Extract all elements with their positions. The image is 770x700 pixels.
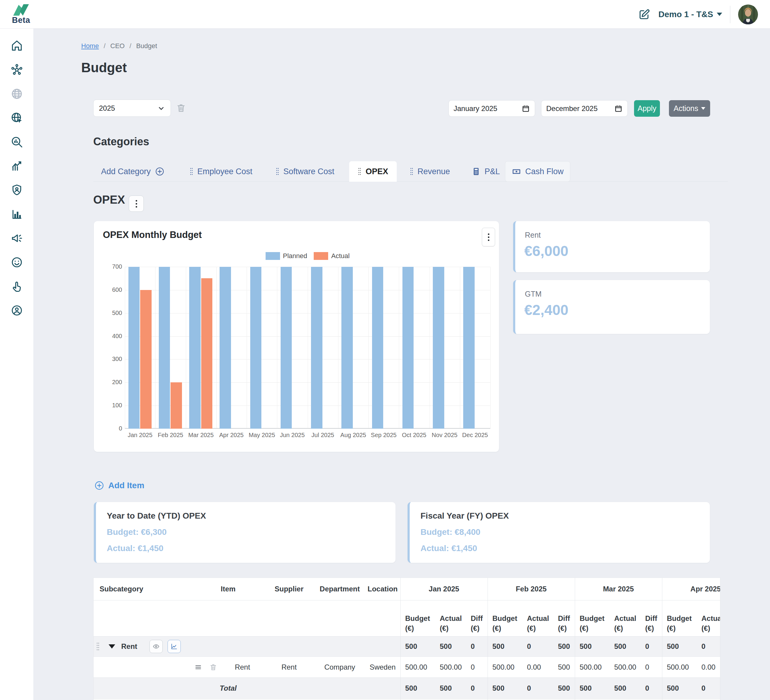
x-tick-label: Jan 2025 [125, 432, 155, 438]
add-item-button[interactable]: Add Item [94, 480, 144, 491]
breadcrumb-home-link[interactable]: Home [81, 42, 99, 50]
visibility-toggle-button[interactable] [149, 640, 163, 653]
globe-icon[interactable] [10, 87, 24, 101]
bar-actual [140, 290, 151, 428]
app-logo[interactable]: Beta [7, 1, 35, 25]
topbar: Beta Demo 1 - T&S [0, 0, 770, 29]
network-hub-icon[interactable] [10, 63, 24, 77]
megaphone-icon[interactable] [10, 231, 24, 245]
shield-user-icon[interactable] [10, 183, 24, 197]
bar-chart-icon[interactable] [10, 207, 24, 221]
tab-cash-flow[interactable]: Cash Flow [505, 161, 570, 182]
grip-icon [275, 167, 280, 176]
month-header: Mar 2025 [575, 578, 662, 600]
tap-gesture-icon[interactable] [10, 280, 24, 293]
gridline [247, 267, 247, 428]
chart-kebab-menu[interactable] [482, 228, 495, 246]
bar-planned [250, 267, 261, 428]
calculator-icon [472, 167, 480, 176]
y-tick-label: 300 [104, 356, 122, 362]
y-tick-label: 400 [104, 333, 122, 339]
workspace-label: Demo 1 - T&S [658, 10, 713, 19]
calendar-icon [522, 104, 530, 113]
table-total-row: Total 5005000500050050050005000 [94, 678, 720, 699]
y-tick-label: 600 [104, 286, 122, 293]
section-kebab-menu[interactable] [129, 196, 144, 212]
budget-table: Subcategory Item Supplier Department Loc… [93, 577, 720, 700]
user-profile-icon[interactable] [10, 304, 24, 317]
topbar-right: Demo 1 - T&S [638, 0, 758, 29]
tab-opex-active[interactable]: OPEX [349, 161, 397, 182]
sub-header: Budget (€) [580, 613, 611, 633]
col-header-location: Location [365, 578, 400, 600]
end-date-value: December 2025 [546, 104, 598, 113]
y-tick-label: 500 [104, 310, 122, 317]
search-analytics-icon[interactable] [10, 135, 24, 149]
grip-icon [189, 167, 193, 176]
ytd-actual: Actual: €1,450 [107, 543, 163, 553]
cell-value: 500 [558, 657, 574, 677]
gridline [399, 267, 399, 428]
edit-icon[interactable] [638, 8, 650, 21]
gridline [460, 267, 460, 428]
y-tick-label: 700 [104, 263, 122, 270]
month-header: Jan 2025 [400, 578, 488, 600]
bar-planned [433, 267, 444, 428]
fy-budget: Budget: €8,400 [421, 527, 480, 537]
x-tick-label: May 2025 [247, 432, 277, 438]
fy-title: Fiscal Year (FY) OPEX [421, 511, 509, 521]
row-grip-icon[interactable] [96, 642, 100, 651]
summary-card-label: GTM [525, 290, 542, 298]
cell-value: 500.00 [405, 657, 437, 677]
y-tick-label: 100 [104, 402, 122, 409]
year-select-value: 2025 [99, 104, 115, 113]
legend-label: Planned [283, 252, 307, 260]
cell-value: 500 [614, 678, 643, 698]
globe-pointer-icon[interactable] [10, 111, 24, 125]
tab-label: Revenue [417, 167, 450, 176]
topbar-divider [730, 6, 730, 23]
cell-value: 500 [440, 637, 468, 656]
start-date-input[interactable]: January 2025 [448, 100, 535, 117]
cell-value: 500.00 [580, 657, 611, 677]
tab-revenue[interactable]: Revenue [410, 166, 450, 177]
sub-header: Actual (€) [614, 613, 643, 633]
bar-planned [463, 267, 474, 428]
actions-button[interactable]: Actions [669, 100, 710, 117]
cell-value: 0 [701, 637, 720, 656]
calendar-icon [614, 104, 623, 113]
trending-bars-icon[interactable] [10, 159, 24, 173]
cell-value: 500.00 [667, 657, 699, 677]
breadcrumb-separator: / [104, 42, 105, 50]
summary-card-rent: Rent €6,000 [513, 221, 710, 272]
workspace-selector[interactable]: Demo 1 - T&S [658, 10, 722, 19]
summary-card-value: €2,400 [524, 302, 568, 318]
ytd-card: Year to Date (YTD) OPEX Budget: €6,300 A… [94, 502, 396, 563]
end-date-input[interactable]: December 2025 [541, 100, 628, 117]
collapse-caret-icon[interactable] [108, 644, 115, 648]
x-tick-label: Jul 2025 [308, 432, 338, 438]
tab-label: Software Cost [283, 167, 335, 176]
plus-circle-icon [155, 167, 165, 176]
avatar[interactable] [738, 5, 758, 24]
smiley-face-icon[interactable] [10, 255, 24, 269]
chart-title: OPEX Monthly Budget [103, 230, 202, 240]
tab-employee-cost[interactable]: Employee Cost [189, 166, 252, 177]
table-subheader-row: Budget (€)Actual (€)Diff (€)Budget (€)Ac… [94, 600, 720, 637]
tab-software-cost[interactable]: Software Cost [275, 166, 335, 177]
apply-button[interactable]: Apply [634, 100, 660, 117]
home-icon[interactable] [10, 39, 24, 53]
delete-row-trash-icon[interactable] [209, 663, 217, 671]
year-select[interactable]: 2025 [93, 100, 171, 117]
chart-legend: Planned Actual [125, 252, 490, 260]
drag-lines-icon[interactable] [194, 663, 202, 671]
summary-card-value: €6,000 [524, 243, 568, 259]
plus-circle-icon [94, 480, 104, 491]
row-chart-button[interactable] [168, 640, 181, 653]
bar-planned [372, 267, 383, 428]
tab-pl[interactable]: P&L [472, 166, 500, 177]
chevron-down-icon [717, 13, 722, 16]
logo-text: Beta [7, 16, 35, 25]
add-category-button[interactable]: Add Category [101, 166, 165, 177]
clear-filter-trash-icon[interactable] [176, 103, 186, 113]
